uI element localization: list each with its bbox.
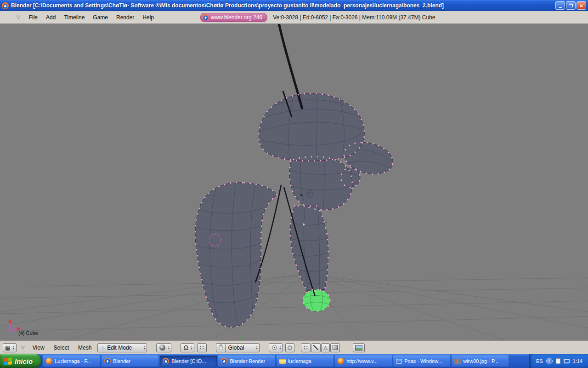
clock[interactable]: 1:14 bbox=[573, 358, 582, 364]
task-item-folder-luciernaga[interactable]: luciernaga bbox=[277, 356, 334, 367]
manipulator-toggle[interactable] bbox=[197, 343, 207, 352]
tray-display-icon[interactable] bbox=[564, 359, 570, 363]
task-item-list: Luciernaga - F... Blender Blender [C:\D.… bbox=[41, 354, 529, 368]
edge-select-icon bbox=[313, 345, 318, 350]
minimize-button[interactable] bbox=[555, 1, 565, 10]
blender-menubar: ▽ File Add Timeline Game Render Help www… bbox=[0, 11, 588, 24]
mode-dropdown[interactable]: ▲ Edit Mode ▴▾ bbox=[97, 343, 147, 352]
hide-icons-button[interactable]: ‹ bbox=[546, 358, 553, 364]
stepper-arrows: ▴▾ bbox=[256, 345, 258, 350]
panel-collapse-icon[interactable]: ▽ bbox=[4, 15, 25, 20]
3d-view-icon: ▦ bbox=[5, 345, 10, 351]
draw-type-dropdown[interactable]: ▴▾ bbox=[156, 343, 171, 352]
image-file-icon bbox=[454, 359, 461, 364]
stepper-arrows: ▴▾ bbox=[144, 345, 146, 350]
minimize-icon bbox=[559, 7, 562, 8]
menu-render[interactable]: Render bbox=[112, 13, 138, 22]
edit-mode-icon: ▲ bbox=[101, 345, 105, 350]
desktop-screen: Blender [C:\Documents and Settings\ChøTi… bbox=[0, 0, 588, 368]
window-icon bbox=[396, 359, 402, 364]
language-indicator[interactable]: ES bbox=[536, 358, 543, 364]
task-item-blender-file[interactable]: Blender [C:\D... bbox=[160, 356, 217, 367]
firefox-icon bbox=[46, 358, 52, 364]
task-item-luciernaga-firefox[interactable]: Luciernaga - F... bbox=[43, 356, 100, 367]
firefox-icon bbox=[338, 358, 344, 364]
mode-label: Edit Mode bbox=[107, 345, 141, 351]
stepper-arrows: ▴▾ bbox=[168, 345, 170, 350]
folder-icon bbox=[279, 359, 286, 364]
floor-grid bbox=[0, 275, 588, 340]
manipulator-icon bbox=[199, 345, 204, 350]
render-image-icon bbox=[355, 345, 362, 351]
axis-gizmo bbox=[8, 319, 21, 331]
taskbar: Inicio Luciernaga - F... Blender Blender… bbox=[0, 354, 588, 368]
menu-file[interactable]: File bbox=[25, 13, 42, 22]
vertex-select-icon bbox=[303, 345, 308, 350]
window-titlebar[interactable]: Blender [C:\Documents and Settings\ChøTi… bbox=[0, 0, 588, 11]
blender-icon bbox=[163, 358, 169, 364]
close-button[interactable]: × bbox=[577, 1, 586, 10]
task-item-poas-window[interactable]: Poas - Window... bbox=[393, 356, 450, 367]
stepper-arrows: ▴▾ bbox=[280, 345, 281, 350]
menu-view[interactable]: View bbox=[29, 345, 48, 351]
active-object-label: (4) Cube bbox=[18, 330, 38, 336]
scene-statistics: Ve:0-3028 | Ed:0-6052 | Fa:0-3026 | Mem:… bbox=[273, 14, 435, 21]
edge-select-button[interactable] bbox=[311, 343, 321, 352]
blender-version-badge[interactable]: www.blender.org 246 bbox=[200, 13, 267, 22]
vertex-select-button[interactable] bbox=[301, 343, 311, 352]
snap-toggle[interactable] bbox=[285, 343, 294, 352]
face-select-icon: △ bbox=[323, 345, 327, 351]
pivot-dropdown[interactable]: Ω ▴▾ bbox=[181, 343, 194, 352]
occlude-icon bbox=[333, 345, 338, 350]
orientation-label: Global bbox=[228, 345, 254, 351]
occlude-toggle-button[interactable] bbox=[330, 343, 340, 352]
snap-icon bbox=[288, 345, 292, 350]
hand-toggle[interactable] bbox=[216, 343, 226, 352]
window-title: Blender [C:\Documents and Settings\ChøTi… bbox=[11, 2, 553, 9]
badge-label: www.blender.org 246 bbox=[211, 14, 262, 21]
menu-help[interactable]: Help bbox=[138, 13, 158, 22]
solid-shading-icon bbox=[159, 345, 165, 351]
menu-add[interactable]: Add bbox=[42, 13, 60, 22]
windows-logo-icon bbox=[4, 357, 12, 365]
editor-type-selector[interactable]: ▦ ▴▾ bbox=[3, 343, 17, 352]
close-icon: × bbox=[580, 2, 583, 9]
proportional-edit-dropdown[interactable]: ▴▾ bbox=[269, 343, 283, 352]
stepper-arrows: ▴▾ bbox=[191, 345, 192, 350]
tray-document-icon[interactable] bbox=[556, 358, 560, 364]
blender-app-icon bbox=[2, 2, 9, 9]
pivot-icon: Ω bbox=[184, 344, 188, 351]
start-label: Inicio bbox=[15, 357, 33, 365]
menu-timeline[interactable]: Timeline bbox=[60, 13, 89, 22]
maximize-icon bbox=[569, 4, 573, 7]
start-button[interactable]: Inicio bbox=[0, 354, 41, 368]
maximize-button[interactable] bbox=[566, 1, 576, 10]
header-collapse-icon[interactable]: ▽ bbox=[19, 345, 27, 350]
task-item-browser[interactable]: http://www.v... bbox=[335, 356, 392, 367]
stepper-arrows: ▴▾ bbox=[13, 345, 14, 350]
render-preview-button[interactable] bbox=[353, 343, 365, 352]
viewport-3d[interactable]: (4) Cube bbox=[0, 24, 588, 340]
blender-logo-icon bbox=[203, 14, 209, 20]
menu-select[interactable]: Select bbox=[51, 345, 72, 351]
task-item-image-viewer[interactable]: wirw00.jpg - P... bbox=[452, 356, 509, 367]
system-tray: ES ‹ 1:14 bbox=[529, 354, 588, 368]
menu-mesh[interactable]: Mesh bbox=[75, 345, 95, 351]
hand-icon bbox=[218, 344, 223, 351]
task-item-blender[interactable]: Blender bbox=[102, 356, 158, 367]
menu-game[interactable]: Game bbox=[89, 13, 112, 22]
blender-icon bbox=[104, 358, 111, 364]
orientation-dropdown[interactable]: Global ▴▾ bbox=[226, 343, 260, 352]
view-header-3d: ▦ ▴▾ ▽ View Select Mesh ▲ Edit Mode ▴▾ ▴… bbox=[0, 340, 588, 354]
viewport-canvas[interactable] bbox=[0, 24, 588, 340]
face-select-button[interactable]: △ bbox=[321, 343, 329, 352]
blender-icon bbox=[221, 358, 227, 364]
proportional-edit-icon bbox=[272, 345, 277, 350]
task-item-blender-render[interactable]: Blender:Render bbox=[218, 356, 275, 367]
